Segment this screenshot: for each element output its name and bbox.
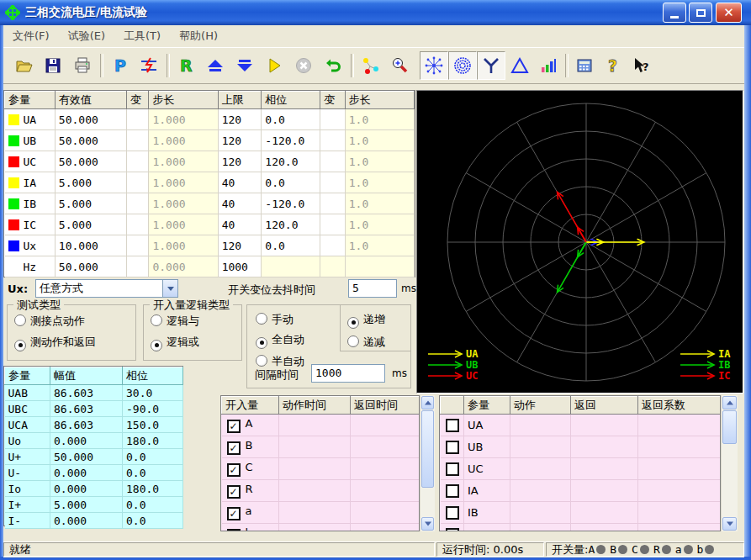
phase-cell[interactable]: 0.0 (262, 172, 320, 193)
radio-option[interactable]: 测动作和返回 (14, 335, 135, 351)
checkbox[interactable] (446, 419, 459, 432)
scroll-down-button[interactable] (421, 517, 434, 531)
vary-cell[interactable] (127, 172, 149, 193)
radio-option[interactable]: 逻辑与 (151, 314, 241, 329)
radio-action-return[interactable] (14, 340, 26, 351)
minimize-button[interactable] (663, 3, 686, 23)
checkbox[interactable] (446, 441, 459, 454)
vary-cell[interactable] (127, 256, 149, 277)
vary-cell[interactable] (127, 235, 149, 256)
menu-help[interactable]: 帮助(H) (170, 26, 227, 46)
circles-view-button[interactable] (448, 51, 477, 80)
vary-cell[interactable] (127, 109, 149, 130)
checkbox[interactable]: ✓ (227, 485, 241, 499)
rms-value-cell[interactable]: 50.000 (55, 130, 126, 151)
limit-cell[interactable]: 40 (218, 172, 262, 193)
short-circuit-button[interactable] (135, 51, 163, 80)
phase-step-cell[interactable]: 1.0 (345, 172, 414, 193)
param-table-scrollbar[interactable] (721, 395, 738, 531)
vary-cell[interactable] (320, 151, 345, 172)
limit-cell[interactable]: 120 (218, 235, 262, 256)
phase-cell[interactable] (262, 256, 320, 277)
phase-cell[interactable]: 120.0 (262, 214, 320, 235)
checkbox[interactable]: ✓ (227, 420, 241, 433)
step-cell[interactable]: 1.000 (149, 214, 218, 235)
scroll-up-button[interactable] (421, 396, 434, 409)
rms-value-cell[interactable]: 5.000 (55, 193, 126, 214)
scrollbar-thumb[interactable] (722, 410, 737, 444)
scroll-down-button[interactable] (722, 517, 737, 531)
rms-value-cell[interactable]: 5.000 (55, 214, 126, 235)
radio-semi-auto[interactable] (256, 355, 267, 367)
phase-cell[interactable]: -120.0 (262, 193, 320, 214)
radio-option[interactable]: 测接点动作 (14, 314, 135, 329)
calculator-button[interactable] (570, 51, 599, 80)
radio-increase[interactable] (347, 317, 359, 329)
limit-cell[interactable]: 120 (218, 151, 262, 172)
rms-value-cell[interactable]: 50.000 (55, 109, 126, 130)
delta-connection-button[interactable] (505, 51, 534, 80)
checkbox[interactable] (446, 462, 459, 476)
lower-button[interactable] (230, 51, 259, 80)
step-cell[interactable]: 0.000 (149, 256, 218, 277)
vary-cell[interactable] (320, 214, 345, 235)
chevron-down-icon[interactable] (162, 280, 177, 297)
limit-cell[interactable]: 1000 (218, 256, 262, 277)
rms-value-cell[interactable]: 10.000 (55, 235, 126, 256)
radio-manual[interactable] (256, 313, 267, 325)
limit-cell[interactable]: 120 (218, 130, 262, 151)
vary-cell[interactable] (127, 130, 149, 151)
radio-option[interactable]: 递减 (347, 335, 410, 350)
zoom-button[interactable] (385, 51, 414, 80)
vary-cell[interactable] (127, 214, 149, 235)
step-cell[interactable]: 1.000 (149, 109, 218, 130)
radio-contact-action[interactable] (14, 314, 26, 326)
undo-button[interactable] (319, 51, 347, 80)
vector-button[interactable] (356, 51, 384, 80)
phase-cell[interactable]: -120.0 (262, 130, 320, 151)
phase-step-cell[interactable] (345, 256, 414, 277)
scrollbar-thumb[interactable] (421, 410, 434, 488)
y-connection-button[interactable] (477, 51, 505, 80)
phase-cell[interactable]: 0.0 (262, 235, 320, 256)
phase-step-cell[interactable]: 1.0 (345, 130, 414, 151)
step-cell[interactable]: 1.000 (149, 172, 218, 193)
checkbox[interactable]: ✓ (227, 463, 241, 477)
p-param-button[interactable]: P (105, 51, 134, 80)
interval-input[interactable]: 1000 (311, 364, 385, 383)
radio-logic-or[interactable] (151, 340, 162, 351)
phase-step-cell[interactable]: 1.0 (345, 151, 414, 172)
vary-cell[interactable] (320, 193, 345, 214)
checkbox[interactable]: ✓ (227, 529, 241, 531)
menu-file[interactable]: 文件(F) (3, 26, 59, 46)
checkbox[interactable] (446, 506, 459, 520)
vary-cell[interactable] (320, 130, 345, 151)
rms-value-cell[interactable]: 5.000 (55, 172, 126, 193)
checkbox[interactable] (446, 528, 459, 532)
vary-cell[interactable] (127, 193, 149, 214)
scroll-up-button[interactable] (722, 396, 737, 409)
limit-cell[interactable]: 120 (218, 109, 262, 130)
phase-cell[interactable]: 120.0 (262, 151, 320, 172)
vary-cell[interactable] (320, 109, 345, 130)
radio-decrease[interactable] (347, 335, 359, 347)
save-button[interactable] (39, 51, 67, 80)
help-button[interactable]: ? (599, 51, 627, 80)
open-button[interactable] (9, 51, 38, 80)
debounce-input[interactable]: 5 (348, 279, 397, 298)
vary-cell[interactable] (127, 151, 149, 172)
step-cell[interactable]: 1.000 (149, 130, 218, 151)
step-cell[interactable]: 1.000 (149, 193, 218, 214)
radio-logic-and[interactable] (151, 314, 162, 326)
start-button[interactable] (260, 51, 288, 80)
phase-cell[interactable]: 0.0 (262, 109, 320, 130)
rms-value-cell[interactable]: 50.000 (55, 151, 126, 172)
vary-cell[interactable] (320, 256, 345, 277)
input-table-scrollbar[interactable] (420, 395, 435, 531)
checkbox[interactable]: ✓ (227, 441, 241, 455)
phase-step-cell[interactable]: 1.0 (345, 193, 414, 214)
phase-step-cell[interactable]: 1.0 (345, 214, 414, 235)
close-button[interactable]: ✕ (716, 3, 742, 23)
vary-cell[interactable] (320, 235, 345, 256)
stop-button[interactable] (289, 51, 318, 80)
